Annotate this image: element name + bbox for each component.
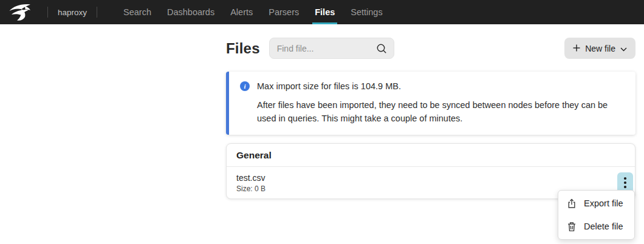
nav-item-settings[interactable]: Settings	[343, 0, 390, 24]
nav-item-alerts[interactable]: Alerts	[222, 0, 261, 24]
file-info: test.csv Size: 0 B	[236, 173, 265, 193]
kebab-dot	[624, 177, 626, 180]
nav-item-dashboards[interactable]: Dashboards	[159, 0, 222, 24]
file-search	[269, 38, 394, 59]
kebab-dot	[624, 186, 626, 188]
files-page: Files New file	[226, 24, 635, 199]
falcon-logo-svg	[9, 3, 35, 21]
kebab-dot	[624, 181, 626, 184]
nav-item-label: Files	[315, 7, 335, 17]
top-nav: haproxy Search Dashboards Alerts Parsers…	[0, 0, 644, 24]
nav-item-files[interactable]: Files	[307, 0, 343, 24]
repository-name[interactable]: haproxy	[58, 8, 87, 17]
app-root: haproxy Search Dashboards Alerts Parsers…	[0, 0, 644, 244]
nav-item-parsers[interactable]: Parsers	[261, 0, 307, 24]
page-title: Files	[226, 40, 260, 57]
new-file-label: New file	[585, 44, 615, 53]
crowdstrike-falcon-logo[interactable]	[9, 3, 35, 21]
menu-item-label: Delete file	[584, 222, 623, 231]
plus-icon	[573, 44, 580, 53]
menu-item-label: Export file	[584, 198, 623, 208]
search-icon	[376, 43, 387, 54]
new-file-button[interactable]: New file	[564, 38, 635, 59]
file-name[interactable]: test.csv	[236, 173, 265, 183]
chevron-down-icon	[620, 44, 627, 53]
callout-title-row: i Max import size for files is 104.9 MB.	[240, 81, 623, 91]
trash-icon	[567, 222, 577, 232]
nav-item-search[interactable]: Search	[115, 0, 159, 24]
info-callout: i Max import size for files is 104.9 MB.…	[226, 72, 635, 135]
menu-item-delete-file[interactable]: Delete file	[558, 215, 634, 238]
export-icon	[567, 198, 577, 209]
nav-divider	[97, 7, 97, 18]
menu-item-export-file[interactable]: Export file	[558, 192, 634, 215]
info-icon: i	[240, 81, 250, 91]
page-header: Files New file	[226, 38, 635, 59]
file-actions-menu: Export file Delete file	[558, 190, 635, 240]
main-nav: Search Dashboards Alerts Parsers Files S…	[115, 0, 391, 24]
section-title: General	[227, 144, 635, 167]
search-input[interactable]	[277, 44, 372, 53]
nav-divider	[47, 7, 48, 18]
callout-body: After files have been imported, they nee…	[257, 98, 623, 125]
file-size: Size: 0 B	[236, 185, 265, 193]
callout-title: Max import size for files is 104.9 MB.	[257, 81, 401, 91]
